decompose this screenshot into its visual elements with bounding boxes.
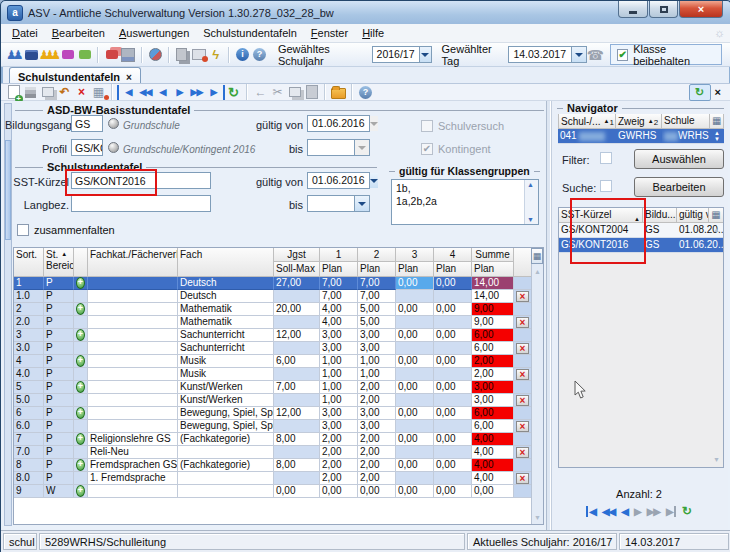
cell-plan-4[interactable] (434, 342, 472, 355)
teachers-module-icon[interactable]: ♟♟♟ (40, 46, 59, 64)
cell-icon[interactable]: + (74, 433, 88, 446)
cell-plan-2[interactable]: 3,00 (358, 329, 396, 342)
cell-bereich[interactable]: P (44, 290, 74, 303)
cell-summe[interactable]: 3,00 (472, 394, 514, 407)
cell-plan-4[interactable]: 0,00 (434, 459, 472, 472)
prev-fast-button[interactable]: ◀◀ (602, 506, 615, 517)
cell-fach[interactable]: (Fachkategorie) (178, 459, 274, 472)
cell-plan-1[interactable]: 1,00 (320, 381, 358, 394)
add-icon[interactable]: + (76, 485, 85, 497)
tab-close-icon[interactable]: × (126, 72, 132, 83)
cell-fachkat[interactable] (88, 290, 178, 303)
column-chooser-button[interactable]: ▦ (531, 248, 543, 264)
next-record-button[interactable]: ▶ (171, 85, 188, 100)
cell-bereich[interactable]: P (44, 368, 74, 381)
cell-bereich[interactable]: P (44, 303, 74, 316)
delete-row-button[interactable]: × (516, 369, 529, 380)
cell-fachkat[interactable] (88, 277, 178, 290)
cell-plan-1[interactable]: 3,00 (320, 420, 358, 433)
cell-plan-1[interactable]: 7,00 (320, 290, 358, 303)
cell-fach[interactable] (178, 446, 274, 459)
cell-plan-2[interactable]: 1,00 (358, 355, 396, 368)
cell-delete[interactable]: × (514, 420, 532, 433)
cell-bereich[interactable]: P (44, 277, 74, 290)
delete-row-button[interactable]: × (516, 291, 529, 302)
copy-button[interactable] (286, 85, 303, 100)
scroll-up-icon[interactable]: ▲ (534, 268, 541, 275)
lightning-icon[interactable]: ϟ (207, 46, 224, 64)
cell-fach[interactable]: Deutsch (178, 290, 274, 303)
suche-checkbox[interactable] (600, 180, 612, 192)
profil-lookup-icon[interactable] (108, 142, 119, 153)
header-jgst-1[interactable]: 1Plan (320, 248, 358, 277)
cell-soll-max[interactable]: 12,00 (274, 407, 320, 420)
cell-sort[interactable]: 6 (14, 407, 44, 420)
cell-plan-4[interactable] (434, 446, 472, 459)
cell-sort[interactable]: 8.0 (14, 472, 44, 485)
cell-fach[interactable]: Mathematik (178, 316, 274, 329)
cell-plan-3[interactable]: 0,00 (396, 329, 434, 342)
cell-fach[interactable]: Musik (178, 355, 274, 368)
cell-sort[interactable]: 2 (14, 303, 44, 316)
cell-sort[interactable]: 6.0 (14, 420, 44, 433)
cell-delete[interactable] (514, 329, 532, 342)
cell-bereich[interactable]: P (44, 355, 74, 368)
cell-fach[interactable] (178, 485, 274, 498)
cell-fach[interactable]: Sachunterricht (178, 342, 274, 355)
bildungsgang-field[interactable]: GS (71, 115, 103, 132)
cell-fachkat[interactable] (88, 394, 178, 407)
cell-sort[interactable]: 4.0 (14, 368, 44, 381)
cell-plan-3[interactable] (396, 342, 434, 355)
cell-fach[interactable]: Kunst/Werken (178, 381, 274, 394)
table-scrollbar[interactable]: ▲ ▼ (531, 248, 543, 524)
cell-fachkat[interactable]: 1. Fremdsprache (88, 472, 178, 485)
header-jgst-4[interactable]: 4Plan (434, 248, 472, 277)
next-fast-button[interactable]: ▶▶ (647, 506, 660, 517)
database-icon[interactable] (147, 46, 164, 64)
cell-soll-max[interactable] (274, 394, 320, 407)
filter-checkbox[interactable] (600, 152, 612, 164)
cell-fachkat[interactable] (88, 355, 178, 368)
cell-plan-3[interactable]: 0,00 (396, 355, 434, 368)
cell-soll-max[interactable] (274, 316, 320, 329)
scrollbar-thumb[interactable] (5, 140, 11, 240)
cell-soll-max[interactable]: 20,00 (274, 303, 320, 316)
cell-icon[interactable] (74, 290, 88, 303)
cell-icon[interactable]: + (74, 485, 88, 498)
sst-col3-header[interactable]: gültig v... (677, 208, 709, 223)
cell-plan-4[interactable] (434, 290, 472, 303)
bearbeiten-button[interactable]: Bearbeiten (634, 177, 724, 197)
cell-delete[interactable]: × (514, 316, 532, 329)
edit-table-button[interactable]: ▦ (90, 85, 107, 100)
cell-fach[interactable]: Mathematik (178, 303, 274, 316)
cell-icon[interactable] (74, 446, 88, 459)
add-icon[interactable]: + (76, 381, 85, 393)
cell-sort[interactable]: 7 (14, 433, 44, 446)
scroll-down-icon[interactable]: ▼ (713, 456, 720, 463)
cell-delete[interactable]: × (514, 446, 532, 459)
add-icon[interactable]: + (76, 407, 85, 419)
header-st-bereich[interactable]: St.▲ Bereich (44, 248, 74, 277)
cell-plan-1[interactable]: 0,00 (320, 485, 358, 498)
cell-plan-2[interactable]: 2,00 (358, 381, 396, 394)
cell-icon[interactable]: + (74, 277, 88, 290)
cell-plan-4[interactable] (434, 472, 472, 485)
paste-button[interactable] (303, 85, 320, 100)
cell-summe[interactable]: 14,00 (472, 290, 514, 303)
cell-icon[interactable]: + (74, 303, 88, 316)
cell-plan-2[interactable]: 2,00 (358, 433, 396, 446)
open-folder-button[interactable] (330, 85, 347, 100)
cell-bereich[interactable]: P (44, 329, 74, 342)
cell-plan-1[interactable]: 2,00 (320, 433, 358, 446)
cell-summe[interactable]: 3,00 (472, 381, 514, 394)
cell-fachkat[interactable] (88, 329, 178, 342)
cell-plan-1[interactable]: 1,00 (320, 355, 358, 368)
add-icon[interactable]: + (76, 329, 85, 341)
back-arrow-button[interactable]: ← (252, 85, 269, 100)
header-jgst-2[interactable]: 2Plan (358, 248, 396, 277)
menu-item-datei[interactable]: Datei (5, 25, 45, 41)
cell-summe[interactable]: 6,00 (472, 407, 514, 420)
cell-delete[interactable] (514, 459, 532, 472)
scroll-down-icon[interactable]: ▼ (534, 514, 541, 521)
klassengruppen-box[interactable]: 1b, 1a,2b,2a ▲ ▼ (391, 179, 539, 225)
